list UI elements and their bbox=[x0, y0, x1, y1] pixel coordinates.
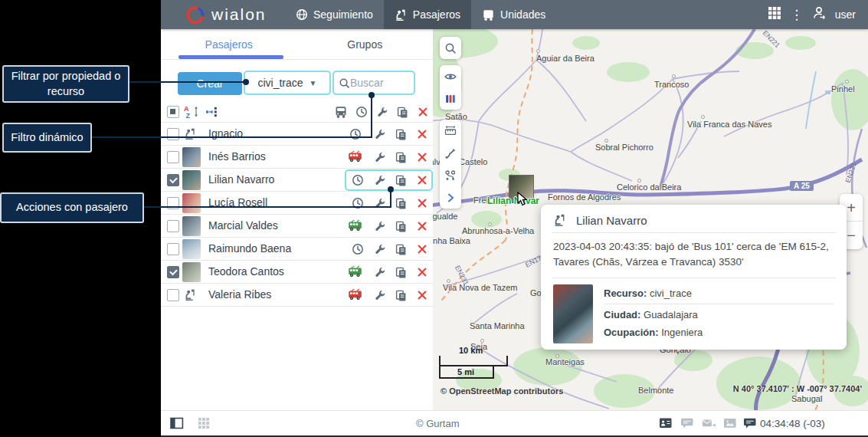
bus-column-icon[interactable] bbox=[334, 105, 348, 119]
avatar bbox=[182, 262, 201, 282]
wrench-icon[interactable] bbox=[374, 220, 386, 232]
chat-icon[interactable] bbox=[680, 417, 694, 432]
nav-tab-unidades[interactable]: Unidades bbox=[471, 0, 556, 29]
visibility-button[interactable] bbox=[440, 65, 461, 87]
map-search-button[interactable] bbox=[440, 37, 461, 59]
cursor-icon bbox=[517, 192, 528, 207]
search-input[interactable] bbox=[350, 77, 402, 89]
delete-x-icon[interactable] bbox=[416, 289, 428, 301]
select-all-checkbox[interactable] bbox=[167, 106, 179, 118]
copy-icon[interactable] bbox=[395, 197, 407, 209]
wrench-icon[interactable] bbox=[374, 128, 386, 140]
table-row[interactable]: Inés Barrios bbox=[161, 146, 433, 169]
contact-icon[interactable] bbox=[659, 417, 673, 432]
row-checkbox[interactable] bbox=[167, 289, 179, 301]
popup-title: Lilian Navarro bbox=[576, 214, 647, 227]
copy-icon[interactable] bbox=[395, 266, 407, 278]
passenger-name[interactable]: Teodora Cantos bbox=[208, 265, 284, 278]
wrench-column-icon[interactable] bbox=[376, 106, 388, 118]
mail-icon[interactable] bbox=[702, 417, 716, 432]
passenger-name[interactable]: Marcial Valdes bbox=[208, 219, 278, 232]
route-icon bbox=[444, 147, 457, 159]
delete-column-icon[interactable] bbox=[417, 106, 429, 118]
bus-status-icon[interactable] bbox=[348, 288, 362, 302]
wrench-icon[interactable] bbox=[374, 151, 386, 163]
table-row[interactable]: Teodora Cantos bbox=[161, 261, 433, 284]
bus-icon bbox=[482, 8, 495, 21]
delete-x-icon[interactable] bbox=[416, 151, 428, 163]
passenger-name[interactable]: Raimundo Baena bbox=[208, 242, 291, 255]
table-row[interactable]: Marcial Valdes bbox=[161, 215, 433, 238]
ruler-button[interactable] bbox=[440, 120, 461, 142]
delete-x-icon[interactable] bbox=[416, 128, 428, 140]
clock-column-icon[interactable] bbox=[355, 106, 368, 118]
copy-icon[interactable] bbox=[395, 174, 407, 186]
passenger-glyph-icon bbox=[184, 288, 197, 301]
apps-grid-icon[interactable] bbox=[762, 6, 788, 23]
copy-icon[interactable] bbox=[395, 243, 407, 255]
delete-x-icon[interactable] bbox=[416, 174, 428, 186]
bus-status-icon[interactable] bbox=[348, 150, 362, 164]
table-row[interactable]: Raimundo Baena bbox=[161, 238, 433, 261]
copy-icon[interactable] bbox=[395, 220, 407, 232]
bus-status-icon[interactable] bbox=[348, 264, 362, 279]
flow-icon[interactable] bbox=[205, 106, 218, 118]
passenger-name[interactable]: Lilian Navarro bbox=[208, 173, 274, 186]
table-row[interactable]: Valeria Ribes bbox=[161, 284, 433, 307]
ruler-icon bbox=[444, 125, 457, 137]
top-navigation-bar: wialon Seguimiento Pasajeros Unidades ⋮ … bbox=[161, 0, 868, 29]
annotation-line bbox=[144, 206, 391, 208]
map-label: Aguiar da Beira bbox=[536, 54, 594, 63]
points-button[interactable] bbox=[440, 164, 461, 186]
resource-filter-dropdown[interactable]: civi_trace ▼ bbox=[244, 71, 331, 95]
wrench-icon[interactable] bbox=[374, 289, 386, 301]
sidebar-toggle-icon[interactable] bbox=[170, 417, 184, 432]
callout-dynamic-filter: Filtro dinámico bbox=[2, 123, 92, 153]
clock-icon[interactable] bbox=[352, 243, 364, 255]
panel-icon[interactable] bbox=[743, 417, 757, 432]
row-checkbox[interactable] bbox=[167, 243, 179, 255]
wrench-icon[interactable] bbox=[374, 266, 386, 278]
user-icon[interactable] bbox=[806, 5, 832, 24]
map-label: Celorico da Beira bbox=[617, 182, 681, 192]
map-layers-button[interactable] bbox=[440, 87, 461, 110]
row-checkbox[interactable] bbox=[167, 151, 179, 163]
delete-x-icon[interactable] bbox=[416, 197, 428, 209]
passenger-name[interactable]: Valeria Ribes bbox=[208, 288, 271, 301]
copy-icon[interactable] bbox=[395, 289, 407, 301]
bus-status-icon[interactable] bbox=[348, 219, 362, 233]
nav-tab-pasajeros[interactable]: Pasajeros bbox=[384, 0, 471, 29]
expand-tools-button[interactable] bbox=[440, 186, 461, 209]
delete-x-icon[interactable] bbox=[416, 243, 428, 255]
nav-tab-seguimiento[interactable]: Seguimiento bbox=[285, 0, 384, 29]
table-row[interactable]: Ignacio bbox=[161, 123, 433, 146]
clock-icon[interactable] bbox=[349, 128, 362, 140]
sort-az-icon[interactable] bbox=[184, 105, 201, 119]
map-label: Vila Nova de Tazem bbox=[443, 283, 517, 292]
kebab-menu-icon[interactable]: ⋮ bbox=[788, 7, 806, 23]
tab-pasajeros[interactable]: Pasajeros bbox=[161, 29, 297, 59]
delete-x-icon[interactable] bbox=[416, 266, 428, 278]
image-icon[interactable] bbox=[723, 417, 737, 432]
route-button[interactable] bbox=[440, 142, 461, 164]
user-menu[interactable]: user bbox=[835, 8, 856, 21]
delete-x-icon[interactable] bbox=[416, 220, 428, 232]
wrench-icon[interactable] bbox=[374, 174, 386, 186]
passenger-name[interactable]: Inés Barrios bbox=[208, 150, 266, 163]
map-label: Trancoso bbox=[654, 80, 689, 89]
row-checkbox[interactable] bbox=[167, 266, 179, 278]
copy-column-icon[interactable] bbox=[396, 106, 408, 118]
copy-icon[interactable] bbox=[395, 128, 407, 140]
bottom-grid-icon[interactable] bbox=[198, 417, 210, 432]
clock-icon[interactable] bbox=[352, 174, 364, 186]
tab-grupos[interactable]: Grupos bbox=[297, 29, 434, 59]
search-box[interactable] bbox=[332, 71, 415, 95]
row-checkbox[interactable] bbox=[167, 174, 179, 186]
wrench-icon[interactable] bbox=[374, 243, 386, 255]
row-checkbox[interactable] bbox=[167, 220, 179, 232]
map-area[interactable]: Aguiar da Beira Trancoso Pinhel Satão Vi… bbox=[433, 29, 868, 410]
create-button[interactable]: Crear bbox=[178, 72, 242, 95]
table-row[interactable]: Lucía Rosell bbox=[161, 192, 433, 215]
copy-icon[interactable] bbox=[395, 151, 407, 163]
row-checkbox[interactable] bbox=[167, 128, 179, 140]
